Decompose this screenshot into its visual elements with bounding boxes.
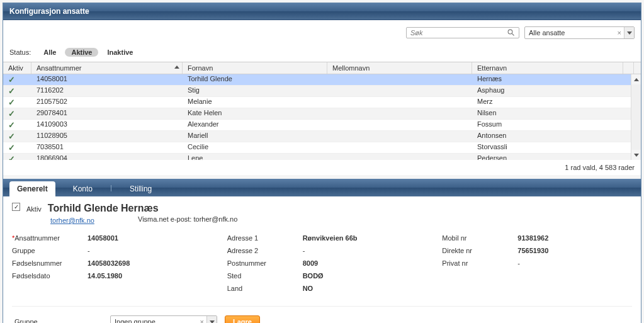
val-privat: - (517, 259, 520, 267)
search-input[interactable] (406, 27, 519, 38)
scroll-down-icon[interactable] (631, 150, 641, 160)
svg-line-1 (512, 34, 514, 36)
status-all[interactable]: Alle (43, 48, 56, 56)
col-ansattnummer-label: Ansattnummer (37, 64, 82, 72)
check-icon: ✓ (8, 132, 15, 141)
cell-etternavn: Hernæs (472, 74, 623, 85)
visma-label: Visma.net e-post: (138, 215, 191, 223)
window: Konfigurasjon ansatte Alle ansatte × Sta… (3, 3, 641, 323)
grid-header: Aktiv Ansattnummer Fornavn Mellomnavn Et… (3, 62, 641, 74)
val-land: NO (303, 285, 314, 292)
save-button[interactable]: Lagre (225, 315, 260, 323)
table-row[interactable]: ✓29078401Kate HelenNilsen (3, 108, 641, 120)
window-title: Konfigurasjon ansatte (9, 7, 89, 16)
cell-mellomnavn (327, 142, 472, 153)
val-mobil: 91381962 (517, 234, 548, 242)
cell-fornavn: Cecilie (183, 142, 327, 153)
table-row[interactable]: ✓21057502MelanieMerz (3, 97, 641, 108)
cell-ansattnummer: 11028905 (31, 131, 183, 142)
table-row[interactable]: ✓14109003AlexanderFossum (3, 120, 641, 131)
table-row[interactable]: ✓7038501CecilieStorvassli (3, 142, 641, 154)
clear-icon[interactable]: × (198, 318, 206, 323)
table-row[interactable]: ✓7116202StigAsphaug (3, 86, 641, 97)
svg-point-0 (508, 30, 512, 34)
check-icon: ✓ (8, 154, 15, 160)
cell-etternavn: Antonsen (472, 131, 623, 142)
check-icon: ✓ (8, 98, 15, 107)
cell-etternavn: Fossum (472, 120, 623, 130)
cell-etternavn: Storvassli (472, 142, 623, 153)
cell-fornavn: Melanie (183, 97, 327, 108)
cell-mellomnavn (327, 74, 472, 85)
tab-separator: | (110, 184, 112, 191)
col-scroll-spacer (623, 62, 634, 74)
search-field[interactable] (410, 29, 507, 37)
cell-mellomnavn (327, 97, 472, 108)
status-inactive[interactable]: Inaktive (107, 48, 133, 56)
clear-icon[interactable]: × (615, 29, 624, 37)
lbl-fodselsnummer: Fødselsnummer (12, 259, 88, 267)
search-icon (507, 29, 515, 37)
status-filter: Status: Alle Aktive Inaktive (3, 45, 641, 62)
scroll-up-icon[interactable] (631, 74, 641, 84)
cell-ansattnummer: 7038501 (31, 142, 183, 153)
check-icon: ✓ (8, 75, 15, 84)
col-etternavn[interactable]: Etternavn (472, 62, 623, 74)
col-ansattnummer[interactable]: Ansattnummer (31, 62, 183, 74)
sort-asc-icon (174, 65, 179, 69)
toolbar-row: Alle ansatte × (3, 20, 641, 45)
status-active[interactable]: Aktive (65, 48, 98, 57)
val-ansattnummer: 14058001 (88, 234, 118, 242)
details-table: *Ansattnummer14058001 Gruppe- Fødselsnum… (12, 232, 632, 295)
cell-ansattnummer: 21057502 (31, 97, 183, 108)
cell-fornavn: Kate Helen (183, 108, 327, 119)
tab-generelt[interactable]: Generelt (9, 181, 55, 196)
window-titlebar: Konfigurasjon ansatte (3, 3, 641, 20)
lbl-gruppe: Gruppe (12, 247, 88, 254)
aktiv-checkbox[interactable]: ✓ (12, 203, 20, 211)
table-row[interactable]: ✓18066904LenePedersen (3, 154, 641, 160)
cell-fornavn: Alexander (183, 120, 327, 130)
chevron-down-icon[interactable] (206, 316, 217, 323)
val-gruppe: - (88, 247, 90, 254)
cell-ansattnummer: 14109003 (31, 120, 183, 130)
visma-email-row: Visma.net e-post: torher@nfk.no (138, 215, 632, 223)
email-link[interactable]: torher@nfk.no (50, 217, 94, 224)
table-row[interactable]: ✓14058001Torhild GlendeHernæs (3, 74, 641, 86)
val-postnummer: 8009 (303, 259, 318, 267)
status-label: Status: (9, 48, 31, 56)
val-fodselsnummer: 14058032698 (88, 259, 130, 267)
val-fodselsdato: 14.05.1980 (88, 272, 122, 280)
gruppe-combo[interactable]: Ingen gruppe × (110, 315, 217, 323)
person-name: Torhild Glende Hernæs (48, 203, 159, 214)
scrollbar[interactable] (631, 74, 641, 160)
check-icon: ✓ (8, 143, 15, 152)
filter-combo[interactable]: Alle ansatte × (524, 26, 635, 39)
detail-col-2: Adresse 1Rønvikveien 66b Adresse 2- Post… (227, 232, 417, 295)
tab-konto[interactable]: Konto (65, 181, 100, 196)
col-mellomnavn[interactable]: Mellomnavn (327, 62, 472, 74)
col-fornavn[interactable]: Fornavn (183, 62, 327, 74)
lbl-fodselsdato: Fødselsdato (12, 272, 88, 280)
cell-fornavn: Stig (183, 86, 327, 96)
bottom-row: Gruppe Ingen gruppe × Lagre (12, 306, 632, 323)
col-aktiv[interactable]: Aktiv (3, 62, 31, 74)
lbl-direkte: Direkte nr (442, 247, 517, 254)
lbl-postnummer: Postnummer (227, 259, 303, 267)
tab-stilling[interactable]: Stilling (122, 181, 159, 196)
cell-etternavn: Asphaug (472, 86, 623, 96)
lbl-land: Land (227, 285, 303, 292)
val-adresse2: - (303, 247, 305, 254)
chevron-down-icon[interactable] (624, 27, 634, 38)
cell-ansattnummer: 18066904 (31, 154, 183, 160)
val-sted: BODØ (303, 272, 324, 280)
cell-etternavn: Pedersen (472, 154, 623, 160)
bottom-gruppe-label: Gruppe (14, 318, 103, 323)
table-row[interactable]: ✓11028905MariellAntonsen (3, 131, 641, 142)
status-options: Alle Aktive Inaktive (43, 48, 133, 57)
lbl-ansattnummer: Ansattnummer (14, 234, 60, 242)
lbl-sted: Sted (227, 272, 303, 280)
visma-value: torher@nfk.no (193, 215, 237, 223)
detail-tabs: Generelt Konto | Stilling (3, 179, 641, 196)
detail-panel: ✓ Aktiv Torhild Glende Hernæs torher@nfk… (3, 196, 641, 323)
